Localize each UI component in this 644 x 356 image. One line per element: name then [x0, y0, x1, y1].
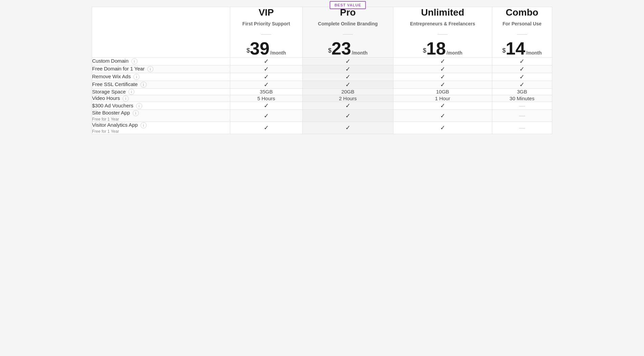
feature-cell-8-pro: ✓ — [302, 122, 393, 134]
feature-cell-0-vip: ✓ — [230, 57, 302, 65]
checkmark-3-vip: ✓ — [264, 81, 269, 88]
feature-cell-1-vip: ✓ — [230, 65, 302, 73]
checkmark-7-pro: ✓ — [345, 112, 350, 119]
price-container-unlimited: $18/month — [393, 40, 492, 57]
checkmark-8-vip: ✓ — [264, 124, 269, 131]
info-icon-5[interactable]: i — [123, 96, 129, 102]
feature-cell-1-combo: ✓ — [492, 65, 552, 73]
checkmark-1-vip: ✓ — [264, 66, 269, 72]
feature-cell-4-vip: 35GB — [230, 88, 302, 95]
dash-7-combo: — — [519, 112, 525, 119]
feature-cell-2-pro: ✓ — [302, 73, 393, 81]
feature-value-5-unlimited: 1 Hour — [435, 96, 450, 101]
checkmark-7-vip: ✓ — [264, 112, 269, 119]
feature-row-5: Video Hoursi 5 Hours2 Hours1 Hour30 Minu… — [92, 95, 552, 102]
feature-cell-5-combo: 30 Minutes — [492, 95, 552, 102]
feature-cell-8-vip: ✓ — [230, 122, 302, 134]
feature-row-7: Site Booster Appi Free for 1 Year ✓✓✓— — [92, 110, 552, 122]
price-amount-combo: 14 — [506, 39, 525, 58]
feature-name-5: Video Hours — [92, 95, 120, 101]
checkmark-8-unlimited: ✓ — [440, 124, 445, 131]
feature-row-6: $300 Ad Vouchersi ✓✓✓— — [92, 102, 552, 110]
feature-row-4: Storage Spacei 35GB20GB10GB3GB — [92, 88, 552, 95]
price-container-vip: $39/month — [230, 40, 302, 57]
plan-name-unlimited: Unlimited — [393, 7, 492, 18]
feature-cell-2-combo: ✓ — [492, 73, 552, 81]
feature-name-0: Custom Domain — [92, 58, 129, 64]
info-icon-4[interactable]: i — [128, 89, 134, 95]
info-icon-7[interactable]: i — [133, 110, 139, 116]
info-icon-0[interactable]: i — [131, 58, 137, 64]
feature-label-3: Free SSL Certificatei — [92, 81, 230, 88]
feature-cell-4-combo: 3GB — [492, 88, 552, 95]
checkmark-2-vip: ✓ — [264, 74, 269, 80]
price-container-combo: $14/month — [492, 40, 552, 57]
price-symbol-combo: $ — [502, 47, 506, 54]
feature-cell-0-unlimited: ✓ — [393, 57, 492, 65]
info-icon-8[interactable]: i — [141, 122, 147, 128]
feature-cell-0-combo: ✓ — [492, 57, 552, 65]
plan-name-vip: VIP — [230, 7, 302, 18]
checkmark-3-unlimited: ✓ — [440, 81, 445, 88]
checkmark-0-combo: ✓ — [519, 58, 524, 65]
plan-name-combo: Combo — [492, 7, 552, 18]
price-period-vip: /month — [270, 50, 286, 56]
plan-desc-pro: Complete Online Branding — [303, 21, 393, 27]
info-icon-1[interactable]: i — [147, 66, 153, 72]
dash-6-combo: — — [519, 102, 525, 109]
checkmark-3-combo: ✓ — [519, 81, 524, 88]
feature-cell-7-combo: — — [492, 110, 552, 122]
feature-label-1: Free Domain for 1 Yeari — [92, 65, 230, 73]
feature-label-8: Visitor Analytics Appi Free for 1 Year — [92, 122, 230, 134]
feature-cell-2-unlimited: ✓ — [393, 73, 492, 81]
checkmark-3-pro: ✓ — [345, 81, 350, 88]
feature-cell-3-unlimited: ✓ — [393, 81, 492, 88]
feature-cell-7-pro: ✓ — [302, 110, 393, 122]
info-icon-6[interactable]: i — [136, 103, 142, 109]
feature-cell-8-combo: — — [492, 122, 552, 134]
plan-divider-vip — [261, 34, 271, 35]
feature-name-4: Storage Space — [92, 89, 126, 95]
feature-label-0: Custom Domaini — [92, 57, 230, 65]
feature-label-4: Storage Spacei — [92, 88, 230, 95]
feature-sub-7: Free for 1 Year — [92, 117, 230, 122]
plan-divider-pro — [343, 34, 353, 35]
info-icon-3[interactable]: i — [141, 82, 147, 88]
feature-value-4-pro: 20GB — [341, 89, 354, 95]
checkmark-0-unlimited: ✓ — [440, 58, 445, 65]
feature-name-7: Site Booster App — [92, 110, 130, 116]
checkmark-1-combo: ✓ — [519, 66, 524, 72]
feature-name-2: Remove Wix Ads — [92, 74, 131, 79]
feature-row-3: Free SSL Certificatei ✓✓✓✓ — [92, 81, 552, 88]
feature-cell-3-pro: ✓ — [302, 81, 393, 88]
feature-label-7: Site Booster Appi Free for 1 Year — [92, 110, 230, 122]
price-symbol-unlimited: $ — [423, 47, 426, 54]
price-amount-vip: 39 — [250, 39, 270, 58]
feature-name-8: Visitor Analytics App — [92, 122, 138, 128]
feature-value-4-unlimited: 10GB — [436, 89, 449, 95]
feature-row-8: Visitor Analytics Appi Free for 1 Year ✓… — [92, 122, 552, 134]
feature-value-5-combo: 30 Minutes — [510, 96, 534, 101]
checkmark-6-vip: ✓ — [264, 102, 269, 109]
checkmark-2-pro: ✓ — [345, 74, 350, 80]
feature-row-1: Free Domain for 1 Yeari ✓✓✓✓ — [92, 65, 552, 73]
plan-header-pro: BEST VALUE Pro Complete Online Branding … — [302, 7, 393, 58]
price-symbol-vip: $ — [246, 47, 250, 54]
feature-label-5: Video Hoursi — [92, 95, 230, 102]
feature-cell-5-unlimited: 1 Hour — [393, 95, 492, 102]
pricing-wrapper: VIP First Priority Support $39/month BES… — [85, 0, 559, 141]
plan-desc-unlimited: Entrepreneurs & Freelancers — [393, 21, 492, 27]
feature-cell-7-unlimited: ✓ — [393, 110, 492, 122]
feature-label-6: $300 Ad Vouchersi — [92, 102, 230, 110]
feature-cell-0-pro: ✓ — [302, 57, 393, 65]
feature-cell-3-combo: ✓ — [492, 81, 552, 88]
feature-cell-5-pro: 2 Hours — [302, 95, 393, 102]
checkmark-6-unlimited: ✓ — [440, 102, 445, 109]
info-icon-2[interactable]: i — [133, 74, 139, 80]
feature-cell-4-unlimited: 10GB — [393, 88, 492, 95]
plan-header-unlimited: Unlimited Entrepreneurs & Freelancers $1… — [393, 7, 492, 58]
feature-cell-8-unlimited: ✓ — [393, 122, 492, 134]
feature-cell-6-vip: ✓ — [230, 102, 302, 110]
best-value-badge: BEST VALUE — [330, 1, 366, 9]
feature-cell-6-unlimited: ✓ — [393, 102, 492, 110]
